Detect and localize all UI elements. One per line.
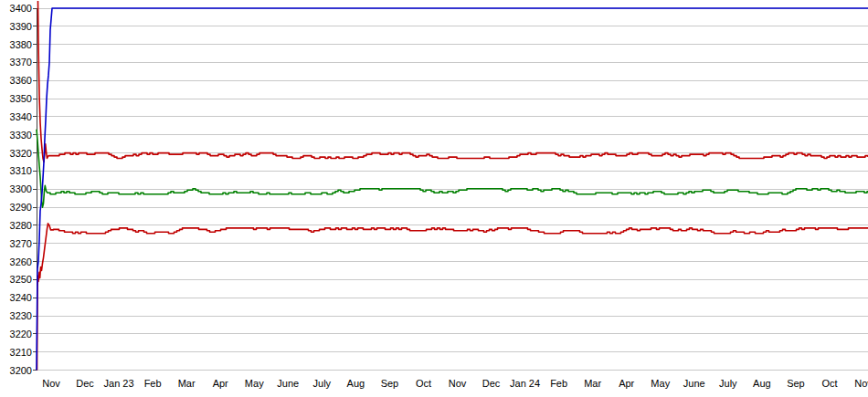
x-axis-label: Aug: [753, 378, 771, 389]
y-axis-label: 3300: [10, 183, 32, 194]
y-axis-label: 3330: [10, 130, 32, 141]
y-axis-label: 3340: [10, 111, 32, 122]
y-axis-label: 3270: [10, 238, 32, 249]
x-axis-label: Nov: [854, 378, 868, 389]
x-axis-label: Feb: [144, 378, 162, 389]
y-axis-label: 3200: [10, 365, 32, 376]
y-axis-label: 3370: [10, 57, 32, 68]
y-axis-label: 3260: [10, 256, 32, 267]
x-axis-label: Feb: [550, 378, 567, 389]
x-axis-label: Dec: [76, 378, 94, 389]
lower-band-red-line: [37, 224, 868, 371]
x-axis-label: July: [719, 378, 737, 389]
chart-canvas: 3400339033803370336033503340333033203310…: [0, 0, 868, 397]
y-axis-label: 3390: [10, 21, 32, 32]
x-axis-label: Sep: [381, 378, 399, 389]
y-axis-label: 3220: [10, 329, 32, 340]
x-axis-label: Sep: [787, 378, 805, 389]
x-axis-label: Apr: [619, 378, 634, 389]
x-axis-label: Mar: [584, 378, 601, 389]
y-axis-label: 3230: [10, 310, 32, 321]
x-axis-label: Oct: [416, 378, 431, 389]
x-axis-label: May: [651, 378, 670, 389]
y-axis-label: 3250: [10, 274, 32, 285]
y-axis-label: 3280: [10, 220, 32, 231]
mid-line-green-line: [37, 130, 868, 207]
x-axis-label: Jan 24: [510, 378, 540, 389]
x-axis-label: June: [683, 378, 705, 389]
x-axis-label: Apr: [213, 378, 228, 389]
x-axis-label: Oct: [821, 378, 837, 389]
x-axis-label: Jan 23: [104, 378, 134, 389]
y-axis-label: 3400: [10, 3, 32, 14]
upper-band-red-line: [38, 1, 868, 162]
x-axis-label: June: [277, 378, 299, 389]
y-axis-label: 3210: [10, 347, 32, 358]
x-axis-label: July: [313, 378, 332, 389]
x-axis-label: Nov: [42, 378, 60, 389]
x-axis-label: Aug: [347, 378, 365, 389]
x-axis-label: Mar: [178, 378, 196, 389]
y-axis-label: 3350: [10, 93, 32, 104]
y-axis-label: 3290: [10, 202, 32, 213]
y-axis-label: 3240: [10, 292, 32, 303]
y-axis-label: 3360: [10, 75, 32, 86]
y-axis-label: 3380: [10, 39, 32, 50]
x-axis-label: May: [245, 378, 264, 389]
x-axis-label: Dec: [482, 378, 501, 389]
x-axis-label: Nov: [449, 378, 467, 389]
y-axis-label: 3320: [10, 148, 32, 159]
price-chart: 3400339033803370336033503340333033203310…: [0, 0, 868, 397]
y-axis-label: 3310: [10, 165, 32, 176]
